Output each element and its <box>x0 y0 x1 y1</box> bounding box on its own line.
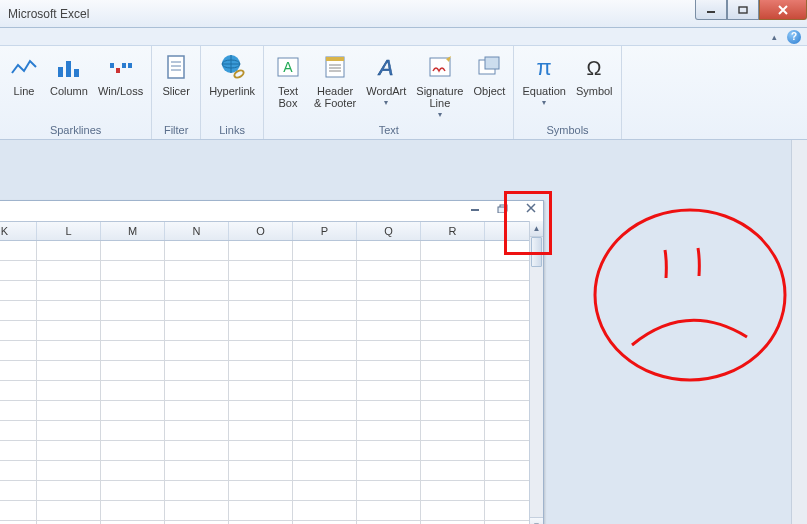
cell[interactable] <box>421 341 485 360</box>
vertical-scrollbar[interactable]: ▲ ▼ <box>529 221 543 524</box>
cell[interactable] <box>165 361 229 380</box>
cell[interactable] <box>293 321 357 340</box>
cell[interactable] <box>37 281 101 300</box>
symbol-button[interactable]: Ω Symbol <box>572 48 617 97</box>
cell[interactable] <box>229 261 293 280</box>
cell[interactable] <box>229 501 293 520</box>
slicer-button[interactable]: Slicer <box>156 48 196 97</box>
cell[interactable] <box>165 281 229 300</box>
cell[interactable] <box>0 401 37 420</box>
cell[interactable] <box>37 481 101 500</box>
cell[interactable] <box>0 501 37 520</box>
cell[interactable] <box>229 281 293 300</box>
cell[interactable] <box>37 241 101 260</box>
cell[interactable] <box>229 301 293 320</box>
close-button[interactable] <box>759 0 807 20</box>
cell[interactable] <box>37 381 101 400</box>
cell[interactable] <box>37 421 101 440</box>
column-header[interactable]: R <box>421 222 485 240</box>
cell[interactable] <box>421 401 485 420</box>
cell[interactable] <box>293 241 357 260</box>
cell[interactable] <box>421 381 485 400</box>
column-header[interactable]: O <box>229 222 293 240</box>
column-header[interactable]: Q <box>357 222 421 240</box>
cell[interactable] <box>37 341 101 360</box>
sparkline-line-button[interactable]: Line <box>4 48 44 97</box>
cell[interactable] <box>0 441 37 460</box>
signature-line-button[interactable]: Signature Line ▾ <box>412 48 467 119</box>
scroll-up-button[interactable]: ▲ <box>530 221 543 237</box>
scroll-thumb[interactable] <box>531 237 542 267</box>
cell[interactable] <box>101 281 165 300</box>
help-button[interactable]: ? <box>787 30 801 44</box>
cell[interactable] <box>101 381 165 400</box>
cell[interactable] <box>229 381 293 400</box>
column-header[interactable]: M <box>101 222 165 240</box>
cell[interactable] <box>357 501 421 520</box>
cell[interactable] <box>0 421 37 440</box>
hyperlink-button[interactable]: Hyperlink <box>205 48 259 97</box>
cell[interactable] <box>101 241 165 260</box>
cell[interactable] <box>0 381 37 400</box>
cell[interactable] <box>101 321 165 340</box>
cell[interactable] <box>0 321 37 340</box>
cell[interactable] <box>37 321 101 340</box>
cell[interactable] <box>0 361 37 380</box>
header-footer-button[interactable]: Header & Footer <box>310 48 360 109</box>
cell[interactable] <box>421 321 485 340</box>
cell[interactable] <box>357 361 421 380</box>
cell[interactable] <box>421 361 485 380</box>
cell[interactable] <box>229 461 293 480</box>
cell[interactable] <box>0 481 37 500</box>
cell[interactable] <box>421 461 485 480</box>
cell[interactable] <box>37 401 101 420</box>
cell[interactable] <box>0 261 37 280</box>
cell[interactable] <box>0 341 37 360</box>
cell[interactable] <box>165 341 229 360</box>
cell[interactable] <box>293 361 357 380</box>
cell[interactable] <box>229 321 293 340</box>
cell[interactable] <box>293 261 357 280</box>
cell[interactable] <box>357 381 421 400</box>
cell[interactable] <box>101 261 165 280</box>
cell[interactable] <box>357 481 421 500</box>
cell[interactable] <box>421 301 485 320</box>
cell[interactable] <box>165 241 229 260</box>
minimize-button[interactable] <box>695 0 727 20</box>
cell[interactable] <box>165 381 229 400</box>
sparkline-column-button[interactable]: Column <box>46 48 92 97</box>
cell[interactable] <box>293 421 357 440</box>
scroll-down-button[interactable]: ▼ <box>530 517 543 524</box>
object-button[interactable]: Object <box>469 48 509 97</box>
cell[interactable] <box>101 461 165 480</box>
cell[interactable] <box>293 481 357 500</box>
cell[interactable] <box>0 461 37 480</box>
cell[interactable] <box>293 501 357 520</box>
cell[interactable] <box>37 461 101 480</box>
cell[interactable] <box>293 281 357 300</box>
cell[interactable] <box>229 421 293 440</box>
cell[interactable] <box>357 301 421 320</box>
ribbon-collapse-button[interactable]: ▴ <box>767 30 781 44</box>
textbox-button[interactable]: A Text Box <box>268 48 308 109</box>
cell[interactable] <box>229 481 293 500</box>
cell[interactable] <box>421 421 485 440</box>
cell[interactable] <box>101 501 165 520</box>
cell[interactable] <box>293 401 357 420</box>
maximize-button[interactable] <box>727 0 759 20</box>
wordart-button[interactable]: A WordArt ▾ <box>362 48 410 107</box>
cell[interactable] <box>293 341 357 360</box>
cell[interactable] <box>357 261 421 280</box>
cell[interactable] <box>101 361 165 380</box>
cell[interactable] <box>421 441 485 460</box>
cell[interactable] <box>357 341 421 360</box>
cell[interactable] <box>101 421 165 440</box>
cell[interactable] <box>421 481 485 500</box>
cell-grid[interactable] <box>0 241 529 524</box>
cell[interactable] <box>37 501 101 520</box>
cell[interactable] <box>293 381 357 400</box>
cell[interactable] <box>165 301 229 320</box>
cell[interactable] <box>229 401 293 420</box>
cell[interactable] <box>357 321 421 340</box>
cell[interactable] <box>421 261 485 280</box>
